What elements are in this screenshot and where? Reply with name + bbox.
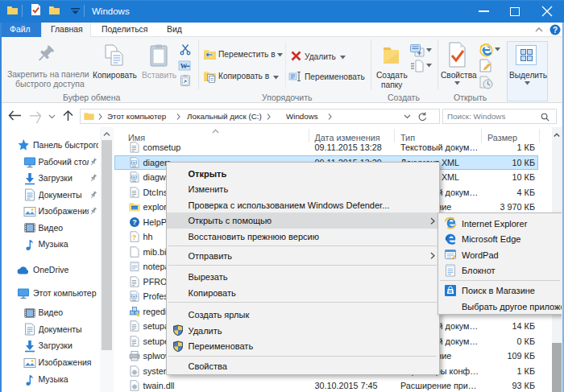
svg-text:?: ? (132, 218, 137, 226)
svg-text:<e>: <e> (131, 160, 137, 164)
svg-text:<e>: <e> (131, 175, 137, 179)
svg-text:?: ? (132, 233, 137, 241)
svg-text:?: ? (553, 26, 558, 35)
svg-text:<e>: <e> (131, 295, 137, 299)
